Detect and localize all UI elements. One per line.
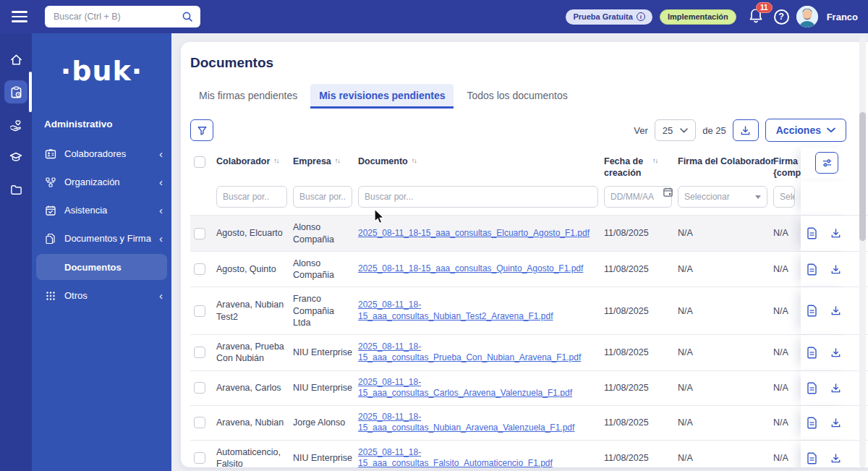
download-document-icon[interactable] xyxy=(830,453,841,464)
download-document-icon[interactable] xyxy=(830,383,841,394)
cell-firma-comp: N/A xyxy=(773,406,801,440)
search-icon[interactable] xyxy=(182,11,193,22)
calendar-icon[interactable] xyxy=(663,187,673,198)
sidebar-item-colaboradores[interactable]: Colaboradores ‹ xyxy=(32,140,171,168)
col-header-firma-colaborador[interactable]: Firma del Colaborador xyxy=(678,148,773,182)
sidebar-item-asistencia[interactable]: Asistencia ‹ xyxy=(32,196,171,224)
col-header-fecha[interactable]: Fecha de creación↑↓ xyxy=(604,148,678,182)
view-document-icon[interactable] xyxy=(807,417,817,429)
sort-icon[interactable]: ↑↓ xyxy=(273,157,278,165)
row-checkbox[interactable] xyxy=(194,263,205,275)
filter-fecha-input[interactable] xyxy=(604,186,672,208)
sort-icon[interactable]: ↑↓ xyxy=(412,157,417,165)
sidebar-item-otros[interactable]: Otros ‹ xyxy=(32,281,171,310)
cell-colaborador: Aravena, Prueba Con Nubián xyxy=(216,335,293,370)
table-row: Agosto, Elcuarto Alonso Compañia 2025_08… xyxy=(190,215,868,251)
cell-firma-comp: N/A xyxy=(773,216,801,251)
table-row: Aravena, Nubian Jorge Alonso 2025_08-11_… xyxy=(190,405,868,440)
select-all-checkbox[interactable] xyxy=(194,156,205,168)
vertical-scrollbar[interactable] xyxy=(859,36,866,467)
column-settings-button[interactable] xyxy=(815,152,838,174)
sidebar-subitem-documentos[interactable]: Documentos xyxy=(36,254,167,280)
document-link[interactable]: 2025_08-11_18-15_aaa_consultas_Prueba_Co… xyxy=(358,341,598,364)
row-checkbox[interactable] xyxy=(194,305,205,317)
help-icon[interactable]: ? xyxy=(774,9,789,25)
rail-home-icon[interactable] xyxy=(4,48,27,71)
chevron-left-icon: ‹ xyxy=(159,289,163,302)
row-checkbox[interactable] xyxy=(194,452,205,464)
tab-mis-revisiones-pendientes[interactable]: Mis revisiones pendientes xyxy=(310,84,454,109)
search-input[interactable] xyxy=(45,6,200,27)
rail-training-icon[interactable] xyxy=(4,145,27,169)
avatar[interactable] xyxy=(796,6,818,27)
download-document-icon[interactable] xyxy=(830,305,841,316)
view-document-icon[interactable] xyxy=(807,227,817,239)
user-name[interactable]: Franco xyxy=(827,12,858,22)
document-link[interactable]: 2025_08-11_18-15_aaa_consultas_Nubian_Te… xyxy=(358,300,598,322)
document-link[interactable]: 2025_08-11_18-15_aaa_consultas_Elcuarto_… xyxy=(358,228,598,239)
hamburger-icon[interactable] xyxy=(12,8,27,25)
filter-button[interactable] xyxy=(190,119,213,141)
table-row: Aravena, Nubian Test2 Franco Compañia Lt… xyxy=(190,287,868,334)
filter-firma-colaborador-select[interactable]: Seleccionar xyxy=(678,186,767,208)
cell-empresa: Alonso Compañia xyxy=(293,252,358,287)
document-link[interactable]: 2025_08-11_18-15_aaa_consultas_Nubian_Ar… xyxy=(358,412,598,434)
acciones-button[interactable]: Acciones xyxy=(765,119,846,142)
notifications-button[interactable]: 11 xyxy=(748,7,767,26)
icon-rail xyxy=(0,33,32,471)
vertical-scrollbar-thumb xyxy=(859,112,866,241)
row-checkbox[interactable] xyxy=(194,228,205,239)
view-document-icon[interactable] xyxy=(807,305,817,317)
document-link[interactable]: 2025_08-11_18-15_aaa_consultas_Carlos_Ar… xyxy=(358,377,598,399)
rail-documents-icon[interactable] xyxy=(4,80,27,103)
download-document-icon[interactable] xyxy=(830,347,841,358)
row-checkbox[interactable] xyxy=(194,382,205,394)
cell-empresa: Franco Compañia Ltda xyxy=(293,287,358,334)
sidebar-item-label: Organización xyxy=(64,177,120,187)
cell-firma-comp: N/A xyxy=(773,441,801,467)
trial-badge[interactable]: Prueba Gratuita i xyxy=(566,9,652,25)
cell-colaborador: Agosto, Quinto xyxy=(216,252,293,287)
sidebar-item-label: Documentos y Firma xyxy=(64,233,151,244)
col-header-colaborador[interactable]: Colaborador↑↓ xyxy=(216,148,293,182)
export-download-button[interactable] xyxy=(733,119,759,141)
col-header-firma-comp[interactable]: Firma {comp xyxy=(773,148,801,182)
download-document-icon[interactable] xyxy=(830,417,841,428)
filter-firma-comp-select[interactable]: Seleccionar xyxy=(773,186,795,208)
sort-icon[interactable]: ↑↓ xyxy=(335,157,340,165)
filter-empresa-input[interactable] xyxy=(293,186,352,208)
table-row: Automaticencio, Falsito NIU Enterprise 2… xyxy=(190,440,868,467)
cell-firma-comp: N/A xyxy=(773,335,801,370)
rail-benefits-icon[interactable] xyxy=(4,113,27,136)
filter-colaborador-input[interactable] xyxy=(216,186,287,208)
sidebar: ·buk· Administrativo Colaboradores ‹ Org… xyxy=(32,33,171,471)
buk-logo: ·buk· xyxy=(32,55,171,87)
row-checkbox[interactable] xyxy=(194,417,205,428)
download-document-icon[interactable] xyxy=(830,264,841,275)
download-document-icon[interactable] xyxy=(830,228,841,239)
document-link[interactable]: 2025_08-11_18-15_aaa_consultas_Quinto_Ag… xyxy=(358,263,598,275)
sidebar-item-organizacion[interactable]: Organización ‹ xyxy=(32,168,171,196)
document-link[interactable]: 2025_08-11_18-15_aaa_consultas_Falsito_A… xyxy=(358,447,598,467)
tab-mis-firmas-pendientes[interactable]: Mis firmas pendientes xyxy=(190,84,306,109)
cell-colaborador: Agosto, Elcuarto xyxy=(216,216,293,251)
implementation-badge[interactable]: Implementación xyxy=(660,9,736,25)
chevron-down-icon xyxy=(755,195,761,199)
tab-todos-los-documentos[interactable]: Todos los documentos xyxy=(458,84,576,109)
org-chart-icon xyxy=(44,177,56,188)
filter-documento-input[interactable] xyxy=(358,186,598,208)
view-document-icon[interactable] xyxy=(807,382,817,394)
rail-folder-icon[interactable] xyxy=(4,178,27,201)
sidebar-item-documentos-y-firma[interactable]: Documentos y Firma ‹ xyxy=(32,224,171,253)
cell-empresa: Alonso Compañia xyxy=(293,216,358,251)
col-header-documento[interactable]: Documento↑↓ xyxy=(358,148,604,182)
grid-dots-icon xyxy=(44,291,56,301)
view-document-icon[interactable] xyxy=(807,347,817,359)
page-size-select[interactable]: 25 xyxy=(655,119,696,141)
view-document-icon[interactable] xyxy=(807,263,817,276)
row-checkbox[interactable] xyxy=(194,347,205,358)
sort-icon[interactable]: ↑↓ xyxy=(652,157,658,165)
col-header-empresa[interactable]: Empresa↑↓ xyxy=(293,148,358,182)
cell-empresa: Jorge Alonso xyxy=(293,406,358,440)
view-document-icon[interactable] xyxy=(807,452,817,464)
